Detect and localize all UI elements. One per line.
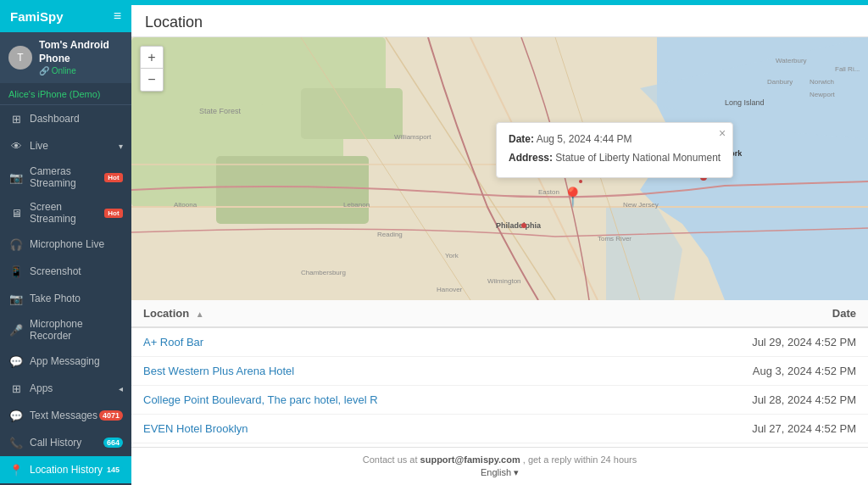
svg-text:Williamsport: Williamsport: [394, 133, 431, 141]
hot-badge: Hot: [104, 209, 123, 218]
sidebar-item-location-history[interactable]: 📍 Location History 145: [0, 456, 131, 483]
sidebar-item-dashboard[interactable]: ⊞ Dashboard: [0, 105, 131, 132]
footer-bar: Contact us at support@famispy.com , get …: [131, 447, 868, 485]
sidebar-header: FamiSpy ≡: [0, 0, 131, 32]
svg-text:Newport: Newport: [810, 91, 836, 98]
language-selector[interactable]: English ▾: [481, 467, 519, 478]
hot-badge: Hot: [104, 173, 123, 182]
phone-icon: 📞: [8, 435, 24, 450]
tooltip-close-button[interactable]: ×: [719, 126, 726, 140]
tooltip-address-label: Address:: [509, 152, 553, 164]
screenshot-icon: 📱: [8, 264, 24, 279]
headphone-icon: 🎧: [8, 237, 24, 252]
sidebar-item-take-photo[interactable]: 📷 Take Photo: [0, 285, 131, 312]
sidebar-item-label: Location History: [30, 464, 103, 476]
date-cell: Aug 3, 2024 4:52 PM: [624, 357, 868, 386]
location-link[interactable]: College Point Boulevard, The parc hotel,…: [143, 393, 378, 406]
date-cell: Jul 29, 2024 4:52 PM: [624, 327, 868, 357]
location-cell: EVEN Hotel Brooklyn: [131, 415, 624, 443]
svg-text:Wilmington: Wilmington: [487, 277, 521, 285]
device-info[interactable]: T Tom's Android Phone 🔗 Online: [0, 32, 131, 84]
svg-text:Danbury: Danbury: [767, 78, 793, 86]
sidebar: FamiSpy ≡ T Tom's Android Phone 🔗 Online…: [0, 0, 131, 485]
svg-text:Reading: Reading: [377, 231, 403, 238]
sms-icon: 💬: [8, 408, 24, 423]
sidebar-item-call-history[interactable]: 📞 Call History 664: [0, 429, 131, 456]
col-header-location[interactable]: Location ▲: [131, 300, 624, 327]
date-cell: Jul 27, 2024 4:52 PM: [624, 415, 868, 443]
sidebar-item-label: Call History: [30, 437, 103, 449]
sidebar-item-label: Apps: [30, 382, 115, 394]
map-controls: + −: [140, 46, 164, 92]
tooltip-address-row: Address: Statue of Liberty National Monu…: [509, 150, 721, 165]
svg-text:Norwich: Norwich: [810, 78, 834, 86]
avatar: T: [8, 46, 32, 70]
hamburger-icon[interactable]: ≡: [114, 8, 121, 24]
svg-text:Lebanon: Lebanon: [343, 201, 370, 209]
screen-icon: 🖥: [8, 205, 24, 220]
sidebar-item-cameras[interactable]: 📷 Cameras Streaming Hot: [0, 159, 131, 195]
sidebar-item-screen[interactable]: 🖥 Screen Streaming Hot: [0, 195, 131, 231]
sidebar-item-live[interactable]: 👁 Live ▾: [0, 132, 131, 159]
chevron-icon: ◂: [119, 384, 123, 393]
svg-point-38: [579, 180, 582, 183]
photo-icon: 📷: [8, 291, 24, 306]
zoom-out-button[interactable]: −: [141, 69, 163, 91]
sidebar-item-text-messages[interactable]: 💬 Text Messages 4071: [0, 402, 131, 429]
location-link[interactable]: Best Western Plus Arena Hotel: [143, 365, 294, 377]
sidebar-item-app-messaging[interactable]: 💬 App Messaging: [0, 348, 131, 375]
demo-label[interactable]: Alice's iPhone (Demo): [0, 84, 131, 105]
sidebar-item-label: Live: [30, 140, 115, 152]
sidebar-item-label: App Messaging: [30, 355, 123, 367]
location-link[interactable]: A+ Roof Bar: [143, 336, 203, 348]
svg-text:Chambersburg: Chambersburg: [301, 269, 346, 276]
svg-rect-5: [301, 88, 403, 139]
grid-icon: ⊞: [8, 111, 24, 126]
location-link[interactable]: EVEN Hotel Brooklyn: [143, 422, 248, 435]
sidebar-item-label: Screen Streaming: [30, 201, 101, 225]
sidebar-item-screenshot[interactable]: 📱 Screenshot: [0, 258, 131, 285]
svg-rect-4: [216, 156, 369, 224]
mic-icon: 🎤: [8, 322, 24, 337]
tooltip-date-label: Date:: [509, 133, 534, 145]
device-status: 🔗 Online: [39, 65, 123, 76]
sidebar-item-label: Cameras Streaming: [30, 165, 101, 189]
table-row: EVEN Hotel Brooklyn Jul 27, 2024 4:52 PM: [131, 415, 868, 443]
messaging-icon: 💬: [8, 354, 24, 369]
map-pin[interactable]: 📍: [561, 187, 584, 209]
svg-text:Waterbury: Waterbury: [776, 57, 807, 64]
sidebar-item-label: Screenshot: [30, 265, 123, 277]
sidebar-item-microphone-live[interactable]: 🎧 Microphone Live: [0, 231, 131, 258]
chevron-icon: ▾: [119, 142, 123, 151]
svg-text:Philadelphia: Philadelphia: [496, 221, 542, 230]
svg-text:Altoona: Altoona: [174, 201, 198, 209]
svg-point-36: [521, 223, 526, 228]
svg-text:York: York: [445, 252, 459, 259]
svg-text:Easton: Easton: [538, 188, 559, 196]
sidebar-item-mic-recorder[interactable]: 🎤 Microphone Recorder: [0, 312, 131, 348]
app-name: FamiSpy: [10, 9, 64, 24]
location-table: Location ▲ Date A+ Roof Bar Jul 29, 2024…: [131, 300, 868, 447]
sidebar-item-label: Text Messages: [30, 410, 99, 421]
count-badge: 145: [103, 465, 123, 475]
svg-text:Fall Ri...: Fall Ri...: [835, 65, 860, 73]
map-container[interactable]: State Forest Altoona Chambersburg Willia…: [131, 37, 868, 300]
map-tooltip: × Date: Aug 5, 2024 4:44 PM Address: Sta…: [496, 122, 733, 178]
zoom-in-button[interactable]: +: [141, 47, 163, 69]
table-row: College Point Boulevard, The parc hotel,…: [131, 386, 868, 415]
col-header-date: Date: [624, 300, 868, 327]
count-badge: 4071: [99, 410, 123, 421]
sidebar-item-apps[interactable]: ⊞ Apps ◂: [0, 375, 131, 402]
svg-text:New Jersey: New Jersey: [623, 201, 659, 209]
apps-icon: ⊞: [8, 381, 24, 396]
table-row: A+ Roof Bar Jul 29, 2024 4:52 PM: [131, 327, 868, 357]
sidebar-item-label: Microphone Recorder: [30, 318, 123, 342]
main-panel: Location: [131, 0, 868, 485]
svg-text:State Forest: State Forest: [199, 107, 242, 115]
sidebar-item-label: Dashboard: [30, 113, 123, 125]
device-name: Tom's Android Phone: [39, 39, 123, 65]
svg-text:Toms River: Toms River: [598, 235, 632, 242]
location-cell: Best Western Plus Arena Hotel: [131, 357, 624, 386]
sidebar-item-label: Take Photo: [30, 293, 123, 304]
footer-reply-text: , get a reply within 24 hours: [523, 454, 637, 465]
